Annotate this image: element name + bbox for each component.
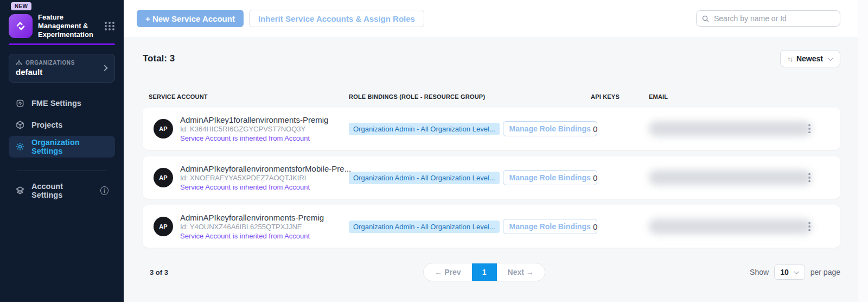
content-panel: Total: 3 ↑↓ Newest SERVICE ACCOUNT ROLE … (124, 37, 858, 302)
role-binding-badge: Organization Admin - All Organization Le… (349, 221, 500, 233)
inherit-service-accounts-button[interactable]: Inherit Service Accounts & Assign Roles (249, 10, 424, 27)
avatar: AP (154, 217, 173, 236)
page-size-value: 10 (780, 268, 789, 276)
show-label: Show (750, 268, 769, 276)
app-title: Feature Management & Experimentation (38, 13, 101, 39)
org-hierarchy-icon (16, 59, 22, 66)
current-page-button[interactable]: 1 (472, 263, 497, 281)
sidebar: NEW Feature Management & Experimentation (0, 0, 124, 302)
service-account-name: AdminAPIkey1forallenvironments-Premig (180, 115, 328, 124)
toolbar: + New Service Account Inherit Service Ac… (124, 0, 858, 37)
table-row: AP AdminAPIkeyforallenvironmentsforMobil… (143, 156, 840, 199)
sidebar-item-organization-settings[interactable]: Organization Settings (9, 136, 115, 158)
page-size-select[interactable]: 10 (774, 265, 805, 280)
avatar: AP (154, 168, 173, 187)
gear-icon (15, 142, 25, 152)
pagination-bar: 3 of 3 ← Prev 1 Next → Show 10 per page (143, 263, 840, 281)
chevron-down-icon (794, 269, 799, 274)
service-account-name: AdminAPIkeyforallenvironmentsforMobile-P… (180, 164, 351, 173)
table-row: AP AdminAPIkey1forallenvironments-Premig… (143, 108, 840, 150)
app-switcher-icon[interactable] (105, 22, 115, 30)
organization-name: default (16, 67, 108, 77)
table-row: AP AdminAPIkeyforallenvironments-Premig … (143, 205, 840, 248)
app-window: NEW Feature Management & Experimentation (0, 0, 868, 302)
column-header-service-account: SERVICE ACCOUNT (149, 93, 349, 100)
role-binding-badge: Organization Admin - All Organization Le… (349, 123, 500, 135)
service-account-id: Id: Y4OUNXZ46A6IBL6255QTPXJJNE (180, 222, 324, 231)
avatar: AP (154, 119, 173, 139)
per-page-label: per page (810, 268, 840, 276)
service-account-id: Id: K364HIC5RI6GZGYCPVST7NOQ3Y (180, 124, 328, 134)
info-icon[interactable]: i (100, 186, 108, 195)
prev-page-button[interactable]: ← Prev (424, 263, 471, 281)
inherited-note: Service Account is inherited from Accoun… (180, 183, 351, 192)
layers-icon (15, 186, 25, 196)
email-redacted (649, 170, 812, 185)
service-account-name: AdminAPIkeyforallenvironments-Premig (180, 213, 324, 222)
api-keys-count: 0 (591, 222, 649, 231)
service-account-id: Id: XNOERAFYYA5XPDEZ7AOQTJKIRI (180, 173, 351, 183)
api-keys-count: 0 (591, 124, 649, 134)
next-page-button[interactable]: Next → (497, 263, 545, 281)
manage-role-bindings-button[interactable]: Manage Role Bindings (503, 121, 597, 136)
search-icon (701, 15, 710, 23)
sidebar-header: NEW Feature Management & Experimentation (0, 0, 124, 39)
sidebar-item-label: FME Settings (31, 99, 81, 108)
right-edge-panel (858, 0, 868, 302)
organization-selector[interactable]: ORGANIZATIONS default (9, 54, 115, 83)
inherited-note: Service Account is inherited from Accoun… (180, 231, 324, 241)
sidebar-item-label: Organization Settings (31, 138, 108, 155)
email-redacted (649, 219, 812, 234)
column-header-email: EMAIL (649, 93, 840, 100)
cube-icon (15, 120, 25, 130)
sidebar-nav: FME Settings Projects Organization Setti… (0, 83, 124, 171)
pagination-count: 3 of 3 (143, 268, 251, 276)
sort-arrows-icon: ↑↓ (787, 55, 792, 63)
pager: ← Prev 1 Next → (423, 263, 545, 281)
api-keys-count: 0 (591, 173, 649, 183)
total-count-label: Total: 3 (143, 53, 175, 64)
manage-role-bindings-button[interactable]: Manage Role Bindings (503, 170, 597, 185)
column-header-role-bindings: ROLE BINDINGS (ROLE - RESOURCE GROUP) (349, 93, 591, 100)
column-header-api-keys: API KEYS (591, 93, 649, 100)
new-badge: NEW (11, 2, 31, 10)
search-box (696, 10, 840, 27)
chevron-down-icon (828, 55, 833, 61)
sidebar-item-account-settings[interactable]: Account Settings i (9, 180, 115, 202)
sidebar-item-label: Projects (31, 121, 62, 129)
sidebar-item-fme-settings[interactable]: FME Settings (9, 92, 115, 114)
search-input[interactable] (696, 10, 840, 27)
fme-settings-icon (15, 98, 25, 108)
sidebar-item-label: Account Settings (31, 182, 94, 199)
main-area: + New Service Account Inherit Service Ac… (124, 0, 858, 302)
role-binding-badge: Organization Admin - All Organization Le… (349, 172, 500, 184)
new-service-account-button[interactable]: + New Service Account (137, 10, 244, 27)
sidebar-divider (17, 171, 106, 171)
sort-value: Newest (796, 54, 823, 63)
brand-divider (9, 43, 115, 45)
service-account-list: AP AdminAPIkey1forallenvironments-Premig… (143, 108, 840, 248)
inherited-note: Service Account is inherited from Accoun… (180, 134, 328, 143)
organizations-label: ORGANIZATIONS (25, 60, 75, 66)
table-header-row: SERVICE ACCOUNT ROLE BINDINGS (ROLE - RE… (143, 93, 840, 100)
manage-role-bindings-button[interactable]: Manage Role Bindings (503, 219, 597, 234)
email-redacted (649, 121, 812, 136)
app-logo-icon (9, 14, 33, 38)
sort-dropdown[interactable]: ↑↓ Newest (780, 50, 840, 67)
sidebar-item-projects[interactable]: Projects (9, 114, 115, 136)
